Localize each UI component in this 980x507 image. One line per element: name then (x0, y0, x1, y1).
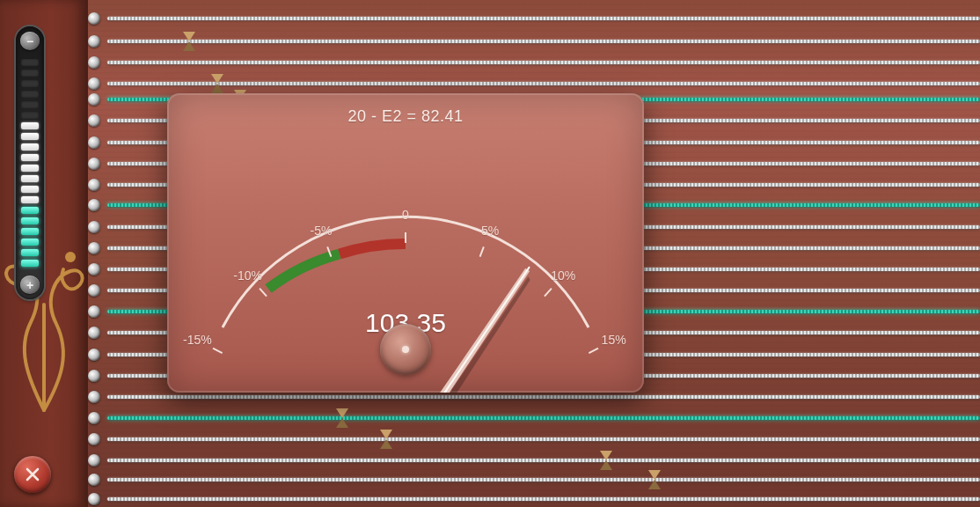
string-wire[interactable] (107, 395, 980, 399)
bridge-marker (183, 32, 195, 51)
string-wire[interactable] (107, 17, 980, 20)
volume-minus-button[interactable]: − (20, 32, 40, 50)
string-wire[interactable] (107, 82, 980, 85)
svg-point-1 (65, 252, 76, 262)
tuning-peg (88, 349, 100, 361)
volume-segment (21, 59, 39, 66)
left-rail: − + (0, 0, 88, 507)
tuning-peg (88, 199, 100, 211)
volume-segment (21, 70, 39, 77)
tuner-gauge: -15%-10%-5%05%10%15% 103.35 (167, 134, 644, 363)
volume-segment (21, 165, 39, 172)
svg-line-7 (545, 289, 552, 297)
tuning-peg (88, 370, 100, 382)
string-wire[interactable] (107, 459, 980, 462)
volume-segment (21, 143, 39, 151)
gauge-scale-label: 0 (402, 208, 409, 222)
tuning-peg (88, 179, 100, 191)
ornament-flourish (0, 190, 88, 419)
string-wire[interactable] (107, 497, 980, 501)
volume-segment (21, 249, 39, 256)
volume-segment (21, 228, 39, 235)
needle-hub (380, 324, 431, 375)
close-button[interactable] (14, 456, 51, 493)
tuning-peg (88, 93, 100, 106)
string[interactable] (88, 30, 980, 53)
tuning-peg (88, 35, 100, 48)
tuning-peg (88, 12, 100, 25)
volume-segment (21, 133, 39, 140)
tuning-peg (88, 412, 100, 424)
volume-segment (21, 207, 39, 214)
volume-segment (21, 196, 39, 203)
tuning-peg (88, 391, 100, 403)
tuning-peg (88, 454, 100, 467)
volume-segment (21, 122, 39, 129)
volume-segment (21, 112, 39, 119)
volume-plus-button[interactable]: + (20, 276, 40, 294)
volume-segment (21, 91, 39, 98)
string[interactable] (88, 51, 980, 74)
tuning-peg (88, 114, 100, 127)
svg-line-6 (480, 246, 484, 256)
volume-segment (21, 154, 39, 161)
tuning-peg (88, 305, 100, 318)
gauge-scale-label: -5% (311, 224, 333, 238)
volume-segment (21, 260, 39, 267)
bridge-marker (380, 430, 392, 449)
string-wire[interactable] (107, 40, 980, 43)
tuning-peg (88, 474, 100, 486)
volume-segment (21, 101, 39, 108)
volume-segment (21, 175, 39, 182)
tuning-peg (88, 263, 100, 276)
string[interactable] (88, 407, 980, 430)
gauge-scale-label: 10% (551, 268, 575, 283)
svg-line-3 (260, 289, 267, 297)
close-icon (24, 466, 41, 483)
tuner-panel: 20 - E2 = 82.41 -15%-10%-5%05%10%15% 103… (167, 93, 644, 393)
tuning-peg (88, 493, 100, 505)
tuning-peg (88, 158, 100, 170)
string[interactable] (88, 428, 980, 451)
tuning-peg (88, 327, 100, 339)
string[interactable] (88, 488, 980, 507)
tuner-target-label: 20 - E2 = 82.41 (167, 107, 644, 126)
bridge-marker (648, 470, 661, 489)
string-wire[interactable] (107, 478, 980, 481)
tuning-peg (88, 136, 100, 149)
svg-line-2 (213, 349, 223, 354)
string-wire[interactable] (107, 416, 980, 420)
volume-segment (21, 217, 39, 224)
tuning-peg (88, 242, 100, 254)
svg-line-8 (589, 349, 598, 354)
string[interactable] (88, 7, 980, 30)
volume-slider[interactable]: − + (16, 26, 44, 299)
volume-segment (21, 80, 39, 87)
gauge-scale-label: 5% (481, 224, 499, 238)
volume-segment (21, 239, 39, 246)
bridge-marker (336, 408, 348, 428)
string-wire[interactable] (107, 61, 980, 64)
gauge-scale-label: -10% (233, 268, 262, 283)
volume-track[interactable] (21, 55, 39, 270)
string-wire[interactable] (107, 437, 980, 441)
tuning-peg (88, 221, 100, 233)
tuning-peg (88, 284, 100, 297)
tuning-peg (88, 56, 100, 69)
tuning-peg (88, 433, 100, 445)
volume-segment (21, 186, 39, 193)
bridge-marker (600, 451, 612, 470)
